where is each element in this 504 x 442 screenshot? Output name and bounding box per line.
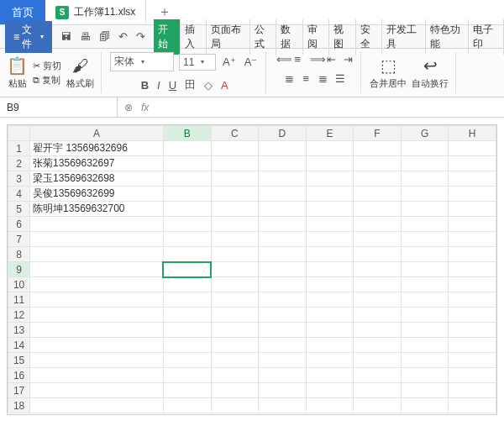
cell-B18[interactable] (163, 398, 211, 413)
cell-B5[interactable] (163, 202, 211, 217)
cell-A2[interactable]: 张菊13569632697 (30, 156, 164, 171)
cell-H9[interactable] (449, 262, 496, 277)
indent-right-icon[interactable]: ⇥ (342, 52, 354, 66)
cell-B14[interactable] (163, 338, 211, 353)
cell-E16[interactable] (306, 368, 354, 383)
cell-E15[interactable] (306, 353, 354, 368)
ribbon-tab-8[interactable]: 开发工具 (382, 19, 426, 55)
cell-B9[interactable] (163, 262, 211, 277)
col-header-C[interactable]: C (211, 126, 259, 141)
cell-B6[interactable] (163, 217, 211, 232)
cell-B16[interactable] (163, 368, 211, 383)
cell-D10[interactable] (259, 277, 307, 292)
cell-H2[interactable] (449, 156, 496, 171)
cell-F12[interactable] (354, 308, 402, 323)
cell-E4[interactable] (306, 187, 354, 202)
cell-H11[interactable] (449, 292, 496, 308)
cell-G14[interactable] (401, 338, 449, 353)
undo-icon[interactable]: ↶ (118, 30, 128, 43)
cell-H10[interactable] (449, 277, 496, 292)
cell-C15[interactable] (211, 353, 259, 368)
cell-C8[interactable] (211, 247, 259, 262)
cell-H16[interactable] (449, 368, 496, 383)
cell-C4[interactable] (211, 187, 259, 202)
ribbon-tab-9[interactable]: 特色功能 (426, 19, 470, 55)
cell-F2[interactable] (354, 156, 402, 171)
cell-E5[interactable] (306, 202, 354, 217)
cell-F7[interactable] (354, 232, 402, 247)
preview-icon[interactable]: 🗐 (99, 30, 110, 43)
cell-A4[interactable]: 吴俊13569632699 (30, 187, 164, 202)
cell-A5[interactable]: 陈明坤13569632700 (30, 202, 164, 217)
cell-D7[interactable] (259, 232, 307, 247)
redo-icon[interactable]: ↷ (136, 30, 145, 43)
cell-F13[interactable] (354, 323, 402, 338)
cell-D12[interactable] (259, 308, 307, 323)
cell-F11[interactable] (354, 292, 402, 308)
cell-D4[interactable] (259, 187, 307, 202)
cell-C17[interactable] (211, 383, 259, 398)
cell-E14[interactable] (306, 338, 354, 353)
ribbon-tab-4[interactable]: 数据 (276, 19, 302, 55)
paste-button[interactable]: 📋 粘贴 (7, 55, 28, 90)
cell-F14[interactable] (354, 338, 402, 353)
col-header-D[interactable]: D (259, 126, 307, 141)
border-button[interactable]: 田 (183, 76, 197, 93)
merge-center-button[interactable]: ⬚ 合并居中 (370, 55, 407, 90)
cell-H8[interactable] (449, 247, 496, 262)
col-header-F[interactable]: F (354, 126, 402, 141)
indent-left-icon[interactable]: ⇤ (325, 52, 337, 66)
save-icon[interactable]: 🖬 (60, 30, 71, 43)
cell-F10[interactable] (354, 277, 402, 292)
wrap-text-button[interactable]: ↩ 自动换行 (412, 55, 449, 90)
cell-F6[interactable] (354, 217, 402, 232)
cell-D18[interactable] (259, 398, 307, 413)
cell-A7[interactable] (30, 232, 164, 247)
ribbon-tab-3[interactable]: 公式 (250, 19, 276, 55)
cell-G10[interactable] (401, 277, 449, 292)
cell-C5[interactable] (211, 202, 259, 217)
row-header-11[interactable]: 11 (8, 292, 30, 308)
ribbon-tab-2[interactable]: 页面布局 (207, 19, 250, 55)
cell-G16[interactable] (401, 368, 449, 383)
col-header-A[interactable]: A (30, 126, 164, 141)
cell-F5[interactable] (354, 202, 402, 217)
cell-G4[interactable] (401, 187, 449, 202)
cell-G11[interactable] (401, 292, 449, 308)
row-header-13[interactable]: 13 (8, 323, 30, 338)
fill-color-button[interactable]: ◇ (202, 78, 214, 92)
copy-button[interactable]: ⧉复制 (33, 74, 61, 87)
cell-C18[interactable] (211, 398, 259, 413)
row-header-12[interactable]: 12 (8, 308, 30, 323)
cell-D5[interactable] (259, 202, 307, 217)
select-all-corner[interactable] (8, 126, 30, 141)
file-menu[interactable]: ≡ 文件 ▾ (5, 21, 52, 53)
cell-D9[interactable] (259, 262, 307, 277)
align-middle-icon[interactable]: ≡ (291, 52, 303, 66)
cell-B11[interactable] (163, 292, 211, 308)
cell-G7[interactable] (401, 232, 449, 247)
cell-E18[interactable] (306, 398, 354, 413)
cell-C2[interactable] (211, 156, 259, 171)
bold-button[interactable]: B (139, 78, 150, 92)
row-header-3[interactable]: 3 (8, 171, 30, 187)
cell-D11[interactable] (259, 292, 307, 308)
row-header-18[interactable]: 18 (8, 398, 30, 413)
cell-E7[interactable] (306, 232, 354, 247)
cell-A14[interactable] (30, 338, 164, 353)
cell-F18[interactable] (354, 398, 402, 413)
row-header-4[interactable]: 4 (8, 187, 30, 202)
cell-E11[interactable] (306, 292, 354, 308)
ribbon-tab-0[interactable]: 开始 (154, 19, 180, 55)
cell-A18[interactable] (30, 398, 164, 413)
cell-F8[interactable] (354, 247, 402, 262)
cell-F1[interactable] (354, 141, 402, 156)
align-top-icon[interactable]: ⟸ (275, 52, 286, 66)
cell-A13[interactable] (30, 323, 164, 338)
cell-B2[interactable] (163, 156, 211, 171)
cell-E12[interactable] (306, 308, 354, 323)
cell-F9[interactable] (354, 262, 402, 277)
ribbon-tab-6[interactable]: 视图 (329, 19, 355, 55)
cell-D14[interactable] (259, 338, 307, 353)
col-header-G[interactable]: G (401, 126, 449, 141)
